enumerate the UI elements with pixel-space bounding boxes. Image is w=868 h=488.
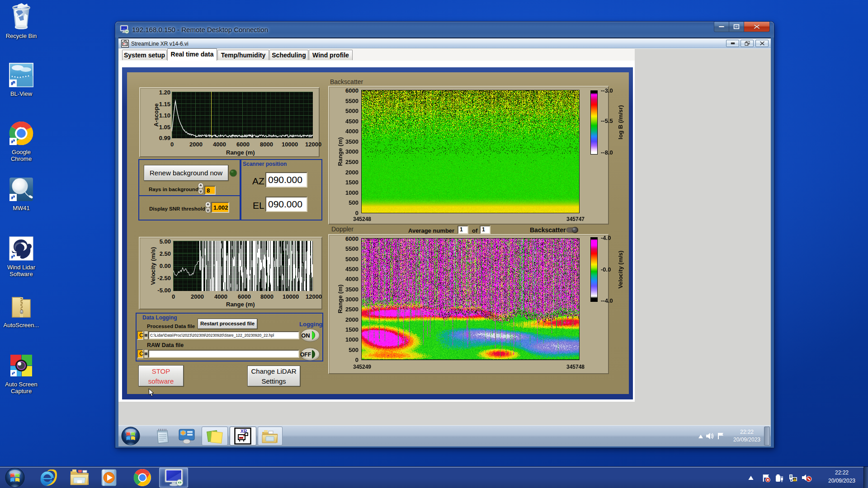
svg-text:ON: ON [301, 332, 310, 339]
svg-text:!: ! [794, 478, 795, 481]
svg-text:OFF: OFF [300, 352, 311, 358]
